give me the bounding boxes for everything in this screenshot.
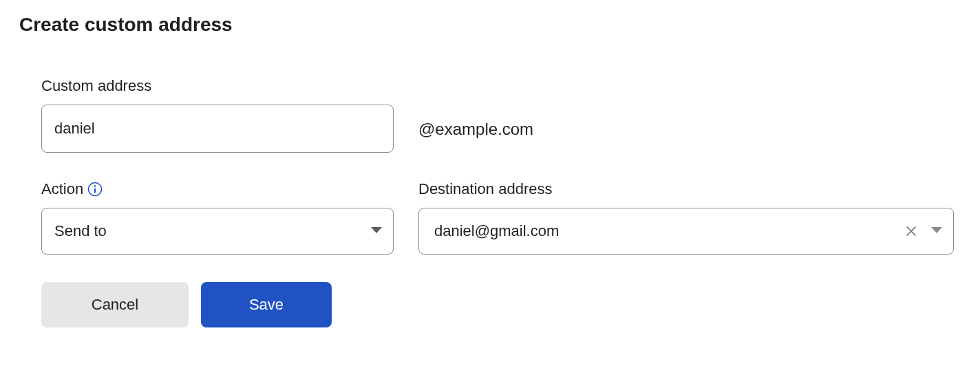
cancel-button[interactable]: Cancel bbox=[41, 282, 189, 327]
row-action-destination: Action Send to Destina bbox=[41, 180, 961, 255]
destination-select-value: daniel@gmail.com bbox=[418, 208, 954, 255]
domain-suffix: @example.com bbox=[418, 77, 533, 153]
clear-icon[interactable] bbox=[906, 226, 917, 237]
action-select-value: Send to bbox=[41, 208, 394, 255]
svg-point-1 bbox=[94, 185, 96, 187]
action-label-text: Action bbox=[41, 180, 83, 198]
field-custom-address: Custom address bbox=[41, 77, 394, 153]
page-title: Create custom address bbox=[19, 14, 961, 36]
field-action: Action Send to bbox=[41, 180, 394, 255]
destination-select[interactable]: daniel@gmail.com bbox=[418, 208, 954, 255]
destination-label: Destination address bbox=[418, 180, 954, 198]
button-row: Cancel Save bbox=[41, 282, 961, 327]
save-button[interactable]: Save bbox=[201, 282, 332, 327]
svg-rect-2 bbox=[94, 189, 96, 193]
field-destination: Destination address daniel@gmail.com bbox=[418, 180, 954, 255]
action-label: Action bbox=[41, 180, 394, 198]
info-icon[interactable] bbox=[87, 182, 103, 197]
custom-address-label: Custom address bbox=[41, 77, 394, 95]
action-select[interactable]: Send to bbox=[41, 208, 394, 255]
custom-address-input[interactable] bbox=[41, 105, 394, 153]
row-custom-address: Custom address @example.com bbox=[41, 77, 961, 153]
form-area: Custom address @example.com Action Send … bbox=[19, 77, 961, 327]
